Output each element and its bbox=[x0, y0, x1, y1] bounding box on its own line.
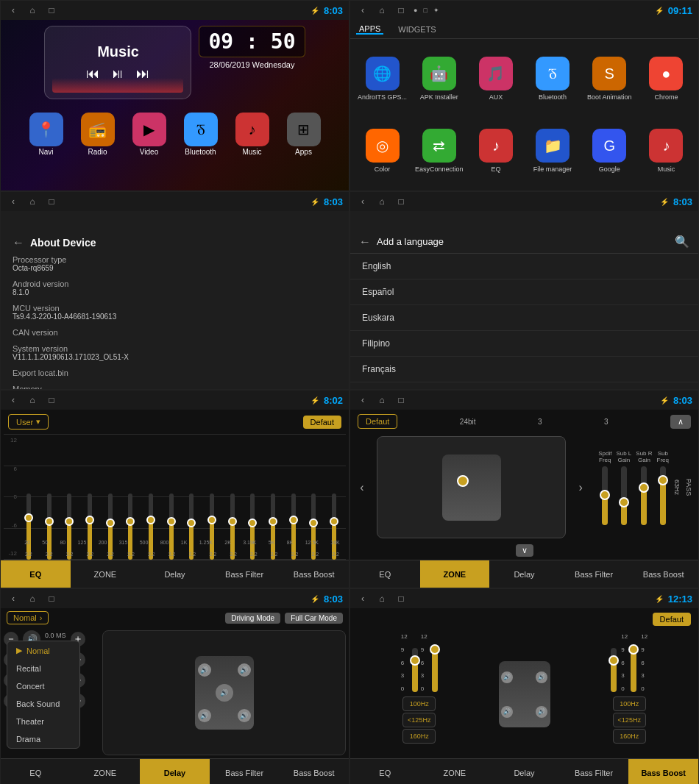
eq-slider-knob[interactable] bbox=[167, 517, 176, 526]
full-car-mode-button[interactable]: Full Car Mode bbox=[285, 613, 343, 624]
nav-icon-navi[interactable]: 📍 Navi bbox=[23, 113, 70, 156]
bb-left-slider-0[interactable]: 129630 bbox=[401, 633, 409, 692]
bb-nav-delay[interactable]: Delay bbox=[489, 758, 559, 784]
app-item-google[interactable]: G Google bbox=[583, 117, 636, 185]
zone-nav-bass-boost[interactable]: Bass Boost bbox=[628, 560, 698, 588]
bb-right-slider-track-col-0[interactable] bbox=[611, 648, 617, 692]
back-arrow-lang[interactable]: ‹ bbox=[356, 195, 369, 208]
language-item-filipino[interactable]: Filipino bbox=[350, 331, 698, 357]
eq-preset-button[interactable]: User ▾ bbox=[8, 414, 49, 430]
home-icon-eq[interactable]: ⌂ bbox=[26, 393, 39, 407]
home-icon-bb[interactable]: ⌂ bbox=[375, 592, 388, 605]
eq-slider-col-16K[interactable] bbox=[324, 493, 344, 560]
zone-position-dot[interactable] bbox=[457, 475, 469, 487]
zone-slider-knob[interactable] bbox=[600, 490, 610, 500]
zone-slider-col[interactable]: SubFreq bbox=[657, 450, 669, 525]
bb-slider-track-col-0[interactable] bbox=[412, 648, 418, 692]
bb-nav-bass-boost[interactable]: Bass Boost bbox=[628, 758, 698, 784]
eq-slider-col-500[interactable] bbox=[141, 493, 161, 560]
zone-slider-col[interactable]: Sub LGain bbox=[616, 450, 631, 525]
eq-slider-knob[interactable] bbox=[45, 517, 54, 526]
search-icon[interactable]: 🔍 bbox=[675, 235, 689, 249]
eq-slider-knob[interactable] bbox=[269, 517, 277, 526]
delay-preset-drama[interactable]: Drama bbox=[7, 730, 79, 748]
bb-right-slider-knob[interactable] bbox=[628, 644, 639, 655]
eq-slider-knob[interactable] bbox=[24, 513, 33, 522]
home-icon-about[interactable]: ⌂ bbox=[26, 195, 39, 208]
app-item-androits-gps...[interactable]: 🌐 AndroITS GPS... bbox=[356, 45, 408, 113]
nav-icon-apps[interactable]: ⊞ Apps bbox=[280, 113, 327, 156]
bb-right-slider-track-col-1[interactable] bbox=[631, 648, 636, 692]
delay-preset-button[interactable]: Nomal › bbox=[7, 611, 49, 624]
bb-nav-eq[interactable]: EQ bbox=[350, 758, 420, 784]
eq-default-button[interactable]: Defaut bbox=[303, 416, 341, 429]
eq-nav-zone[interactable]: ZONE bbox=[71, 560, 141, 588]
eq-nav-eq[interactable]: EQ bbox=[1, 560, 71, 588]
eq-slider-knob[interactable] bbox=[207, 516, 216, 524]
app-item-eq[interactable]: ♪ EQ bbox=[469, 117, 522, 185]
zone-nav-delay[interactable]: Delay bbox=[489, 560, 559, 588]
eq-nav-bass-boost[interactable]: Bass Boost bbox=[279, 560, 349, 588]
delay-preset-nomal[interactable]: ▶ Nomal bbox=[7, 641, 79, 660]
language-item-français[interactable]: Français bbox=[350, 357, 698, 382]
bb-right-slider-knob[interactable] bbox=[608, 655, 619, 666]
back-arrow-zone[interactable]: ‹ bbox=[356, 393, 369, 407]
window-icon-apps[interactable]: □ bbox=[394, 4, 408, 17]
eq-slider-col-315[interactable] bbox=[120, 493, 141, 560]
eq-slider-col-50[interactable] bbox=[39, 493, 60, 560]
eq-slider-col-200[interactable] bbox=[100, 493, 121, 560]
zone-preset-button[interactable]: Defaut bbox=[358, 414, 397, 429]
nav-icon-music[interactable]: ♪ Music bbox=[229, 113, 276, 156]
zone-slider-knob[interactable] bbox=[639, 482, 649, 493]
bb-slider-knob[interactable] bbox=[430, 644, 440, 655]
language-item-gaeilge[interactable]: Gaeilge bbox=[350, 382, 698, 389]
window-icon-zone[interactable]: □ bbox=[394, 393, 408, 407]
nav-icon-video[interactable]: ▶ Video bbox=[126, 113, 173, 156]
app-item-aux[interactable]: 🎵 AUX bbox=[469, 45, 522, 113]
app-item-apk-installer[interactable]: 🤖 APK Installer bbox=[413, 45, 465, 113]
tab-widgets[interactable]: WIDGETS bbox=[395, 25, 439, 34]
eq-nav-delay[interactable]: Delay bbox=[140, 560, 210, 588]
zone-right-arrow[interactable]: › bbox=[572, 436, 589, 538]
delay-nav-bass-boost[interactable]: Bass Boost bbox=[279, 758, 349, 784]
zone-slider-col[interactable]: SpdifFreq bbox=[598, 450, 611, 525]
home-icon[interactable]: ⌂ bbox=[26, 4, 39, 17]
delay-nav-zone[interactable]: ZONE bbox=[71, 758, 141, 784]
driving-mode-button[interactable]: Driving Mode bbox=[225, 613, 280, 624]
bb-right-freq-box[interactable]: 100Hz bbox=[613, 696, 646, 711]
eq-slider-knob[interactable] bbox=[126, 517, 135, 526]
bb-freq-box[interactable]: 100Hz bbox=[402, 696, 436, 711]
back-arrow-delay[interactable]: ‹ bbox=[7, 592, 20, 605]
bb-slider-knob[interactable] bbox=[410, 655, 420, 666]
zone-nav-bass-filter[interactable]: Bass Filter bbox=[559, 560, 629, 588]
home-icon-zone[interactable]: ⌂ bbox=[375, 393, 388, 407]
eq-slider-knob[interactable] bbox=[85, 516, 94, 524]
delay-preset-back-sound[interactable]: Back Sound bbox=[7, 695, 79, 713]
eq-slider-col-80[interactable] bbox=[59, 493, 79, 560]
bb-slider-track-col-1[interactable] bbox=[432, 648, 438, 692]
delay-nav-delay[interactable]: Delay bbox=[140, 758, 210, 784]
back-arrow-about[interactable]: ‹ bbox=[7, 195, 20, 208]
bb-nav-zone[interactable]: ZONE bbox=[420, 758, 490, 784]
delay-preset-recital[interactable]: Recital bbox=[7, 660, 79, 677]
back-arrow[interactable]: ‹ bbox=[7, 4, 20, 17]
zone-slider-col[interactable]: Sub RGain bbox=[636, 450, 652, 525]
eq-slider-knob[interactable] bbox=[146, 516, 155, 524]
eq-slider-col-2K[interactable] bbox=[222, 493, 243, 560]
bb-nav-bass-filter[interactable]: Bass Filter bbox=[559, 758, 629, 784]
zone-slider-knob[interactable] bbox=[658, 475, 668, 485]
bb-right-freq-box[interactable]: 160Hz bbox=[613, 729, 646, 744]
eq-slider-col-12.5K[interactable] bbox=[304, 493, 324, 560]
zone-slider-knob[interactable] bbox=[619, 497, 629, 507]
home-icon-delay[interactable]: ⌂ bbox=[26, 592, 39, 605]
back-arrow-eq[interactable]: ‹ bbox=[7, 393, 20, 407]
eq-slider-knob[interactable] bbox=[248, 518, 257, 527]
eq-slider-col-800[interactable] bbox=[161, 493, 182, 560]
back-arrow-apps[interactable]: ‹ bbox=[356, 4, 369, 17]
eq-slider-col-8K[interactable] bbox=[283, 493, 304, 560]
app-item-music[interactable]: ♪ Music bbox=[640, 117, 692, 185]
window-icon-bb[interactable]: □ bbox=[394, 592, 408, 605]
app-item-easyconnection[interactable]: ⇄ EasyConnection bbox=[413, 117, 465, 185]
zone-nav-eq[interactable]: EQ bbox=[350, 560, 420, 588]
zone-up-button[interactable]: ∧ bbox=[670, 415, 691, 429]
